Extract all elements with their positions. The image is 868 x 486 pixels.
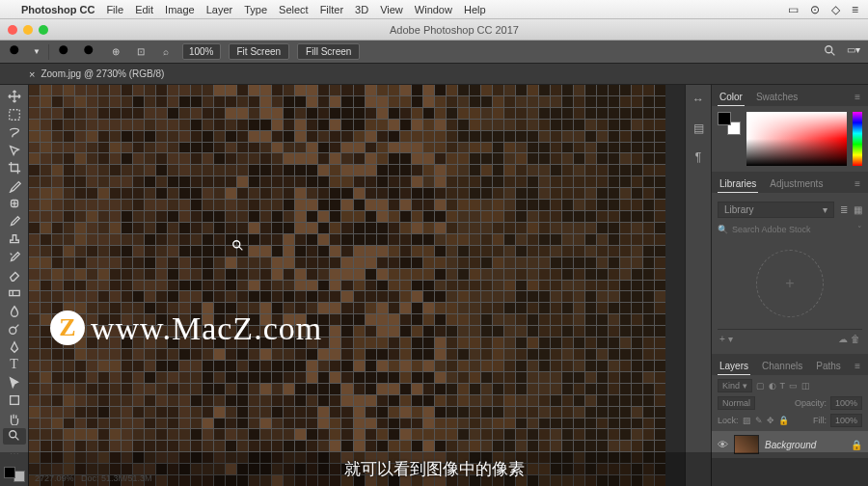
- lock-icon[interactable]: 🔒: [851, 440, 862, 450]
- dodge-tool[interactable]: [3, 321, 26, 338]
- lock-position-icon[interactable]: ✥: [767, 416, 774, 425]
- shape-tool[interactable]: [3, 392, 26, 409]
- menu-help[interactable]: Help: [464, 4, 486, 15]
- eyedropper-tool[interactable]: [3, 178, 26, 195]
- trash-icon[interactable]: 🗑: [851, 334, 860, 344]
- blend-mode-dropdown[interactable]: Normal: [718, 396, 755, 410]
- menu-extra-icon[interactable]: ≡: [852, 3, 858, 16]
- fill-field[interactable]: 100%: [830, 414, 862, 427]
- eraser-tool[interactable]: [3, 267, 26, 284]
- layer-thumbnail[interactable]: [734, 435, 759, 454]
- color-swatch[interactable]: [718, 112, 741, 135]
- minimize-window-button[interactable]: [23, 25, 33, 35]
- zoom-in-icon[interactable]: [57, 43, 74, 61]
- filter-shape-icon[interactable]: ▭: [789, 381, 798, 391]
- diamond-icon[interactable]: ◇: [831, 3, 840, 16]
- watermark-logo: Z: [50, 310, 85, 345]
- color-picker-field[interactable]: [746, 112, 847, 166]
- pen-tool[interactable]: [3, 338, 26, 355]
- properties-panel-icon[interactable]: ▤: [693, 122, 704, 135]
- filter-type-dropdown[interactable]: Kind ▾: [718, 379, 752, 392]
- gradient-tool[interactable]: [3, 285, 26, 302]
- lock-all-icon[interactable]: 🔒: [778, 416, 789, 425]
- panel-menu-icon[interactable]: ≡: [853, 176, 862, 193]
- menu-3d[interactable]: 3D: [355, 4, 368, 15]
- tab-adjustments[interactable]: Adjustments: [768, 176, 825, 193]
- blur-tool[interactable]: [3, 303, 26, 319]
- workspace-switcher-icon[interactable]: ▭▾: [847, 44, 860, 60]
- healing-tool[interactable]: [3, 196, 26, 212]
- add-content-icon[interactable]: + ▾: [719, 334, 733, 344]
- mac-menubar: Photoshop CC File Edit Image Layer Type …: [0, 0, 868, 19]
- lock-paint-icon[interactable]: ✎: [755, 416, 763, 425]
- hue-slider[interactable]: [853, 112, 862, 166]
- svg-point-9: [826, 45, 832, 52]
- menu-image[interactable]: Image: [165, 4, 195, 15]
- hand-tool[interactable]: [3, 411, 26, 427]
- close-window-button[interactable]: [8, 25, 17, 35]
- resize-windows-icon[interactable]: ⊕: [107, 43, 124, 61]
- zoom-all-icon[interactable]: ⊡: [132, 43, 149, 61]
- menu-view[interactable]: View: [380, 4, 403, 15]
- record-icon[interactable]: ⊙: [810, 3, 820, 16]
- grid-view-icon[interactable]: ▦: [854, 204, 862, 215]
- zoom-tool[interactable]: [3, 428, 26, 445]
- scrubby-zoom-icon[interactable]: ⌕: [157, 43, 175, 61]
- panel-menu-icon[interactable]: ≡: [853, 358, 862, 375]
- dropdown-icon[interactable]: ▼: [33, 47, 41, 56]
- close-tab-icon[interactable]: ×: [29, 68, 35, 80]
- visibility-icon[interactable]: 👁: [718, 439, 728, 450]
- screen-icon[interactable]: ▭: [788, 3, 799, 16]
- lock-transparent-icon[interactable]: ▨: [743, 416, 751, 425]
- path-select-tool[interactable]: [3, 375, 26, 392]
- fit-screen-button[interactable]: Fit Screen: [229, 43, 290, 60]
- canvas-area[interactable]: Z www.MacZ.com: [29, 85, 685, 486]
- tab-paths[interactable]: Paths: [814, 358, 843, 375]
- tab-libraries[interactable]: Libraries: [718, 176, 758, 193]
- type-tool[interactable]: T: [3, 357, 26, 373]
- search-icon[interactable]: [824, 44, 837, 60]
- filter-pixel-icon[interactable]: ▢: [756, 381, 765, 391]
- quick-select-tool[interactable]: [3, 143, 26, 159]
- brush-tool[interactable]: [3, 214, 26, 230]
- lasso-tool[interactable]: [3, 124, 26, 141]
- svg-line-5: [67, 53, 71, 58]
- marquee-tool[interactable]: [3, 107, 26, 123]
- filter-adjust-icon[interactable]: ◐: [769, 381, 776, 391]
- opacity-field[interactable]: 100%: [830, 396, 862, 410]
- character-panel-icon[interactable]: ¶: [695, 150, 701, 164]
- panel-menu-icon[interactable]: ≡: [853, 89, 862, 106]
- crop-tool[interactable]: [3, 160, 26, 176]
- fill-screen-button[interactable]: Fill Screen: [297, 43, 360, 60]
- tab-layers[interactable]: Layers: [718, 358, 750, 375]
- layer-name[interactable]: Background: [765, 440, 816, 450]
- app-name[interactable]: Photoshop CC: [21, 4, 95, 15]
- list-view-icon[interactable]: ≣: [840, 204, 848, 215]
- menu-file[interactable]: File: [106, 4, 123, 15]
- svg-rect-11: [9, 110, 19, 121]
- menu-type[interactable]: Type: [244, 4, 267, 15]
- stock-search[interactable]: 🔍 Search Adobe Stock ˅: [718, 221, 862, 238]
- tab-swatches[interactable]: Swatches: [754, 89, 800, 106]
- zoom-percent-field[interactable]: 100%: [182, 43, 221, 60]
- zoom-tool-icon[interactable]: [8, 43, 25, 61]
- stamp-tool[interactable]: [3, 231, 26, 248]
- menu-window[interactable]: Window: [415, 4, 452, 15]
- menu-filter[interactable]: Filter: [320, 4, 343, 15]
- document-tab-label[interactable]: Zoom.jpg @ 2730% (RGB/8): [41, 68, 164, 79]
- tab-color[interactable]: Color: [718, 89, 745, 106]
- history-panel-icon[interactable]: ↔: [692, 93, 704, 106]
- history-brush-tool[interactable]: [3, 250, 26, 266]
- library-dropdown[interactable]: Library▾: [718, 202, 834, 218]
- library-drop-zone[interactable]: +: [756, 250, 824, 317]
- filter-type-icon[interactable]: T: [780, 381, 786, 391]
- menu-edit[interactable]: Edit: [135, 4, 153, 15]
- tab-channels[interactable]: Channels: [760, 358, 804, 375]
- menu-select[interactable]: Select: [279, 4, 309, 15]
- zoom-out-icon[interactable]: [82, 43, 99, 61]
- filter-smart-icon[interactable]: ◫: [801, 381, 810, 391]
- cloud-icon[interactable]: ☁: [838, 334, 848, 344]
- maximize-window-button[interactable]: [39, 25, 48, 35]
- move-tool[interactable]: [3, 89, 26, 105]
- menu-layer[interactable]: Layer: [206, 4, 233, 15]
